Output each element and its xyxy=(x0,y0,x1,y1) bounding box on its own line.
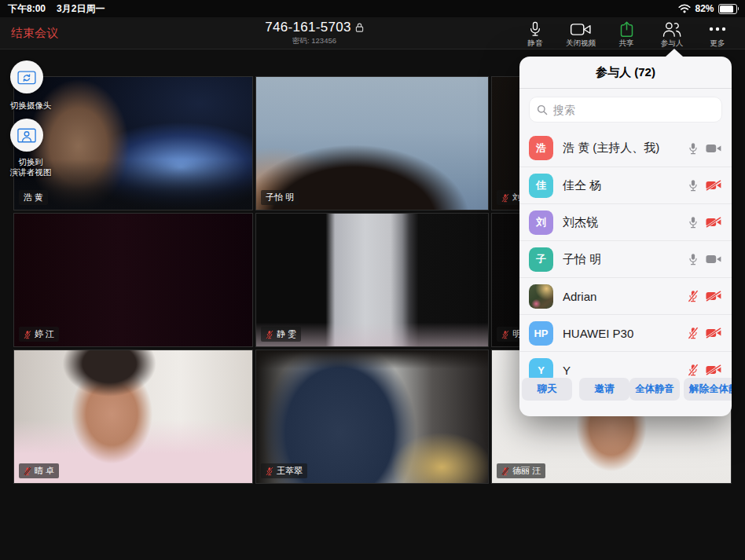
tile-nameplate: 婷 江 xyxy=(19,327,59,342)
muted-mic-icon xyxy=(266,330,273,339)
mic-on-icon xyxy=(688,179,699,192)
participant-row[interactable]: HP HUAWEI P30 xyxy=(519,314,732,351)
end-meeting-button[interactable]: 结束会议 xyxy=(11,26,58,41)
search-box[interactable] xyxy=(529,97,722,123)
mic-on-icon xyxy=(688,142,699,155)
video-camera-icon xyxy=(570,20,592,38)
video-on-icon xyxy=(706,254,721,265)
participant-row[interactable]: 佳 佳仝 杨 xyxy=(519,167,732,203)
avatar: 佳 xyxy=(529,174,553,198)
tile-name: 德丽 汪 xyxy=(512,465,541,477)
participant-status xyxy=(688,290,721,302)
status-time: 下午8:00 xyxy=(8,2,46,16)
tile-name: 王萃翠 xyxy=(277,465,303,477)
video-on-icon xyxy=(706,143,721,154)
tile-nameplate: 王萃翠 xyxy=(261,463,307,478)
participant-status xyxy=(688,327,721,339)
tile-name: 浩 黄 xyxy=(24,192,43,203)
microphone-icon xyxy=(527,20,543,38)
tile-nameplate: 德丽 汪 xyxy=(497,463,545,478)
participant-status xyxy=(688,142,721,155)
muted-mic-icon xyxy=(501,330,509,339)
share-icon xyxy=(618,20,635,38)
video-tile[interactable]: 子怡 明 xyxy=(255,76,489,210)
participants-panel: 参与人 (72) 浩 浩 黄 (主持人、我) xyxy=(519,57,732,416)
more-dots-icon xyxy=(708,20,727,38)
wifi-icon xyxy=(678,4,691,13)
muted-mic-icon xyxy=(501,467,509,476)
participants-button[interactable]: 参与人 xyxy=(649,17,695,49)
chat-button[interactable]: 聊天 xyxy=(522,378,572,401)
mic-muted-icon xyxy=(688,364,699,376)
battery-icon xyxy=(718,4,739,14)
participant-name: 子怡 明 xyxy=(563,252,688,267)
tile-name: 子怡 明 xyxy=(266,192,294,203)
participant-name: HUAWEI P30 xyxy=(563,327,688,340)
participant-status xyxy=(688,179,721,192)
participant-status xyxy=(688,253,721,265)
video-off-icon xyxy=(706,328,721,339)
video-off-icon xyxy=(706,364,721,375)
video-off-icon xyxy=(706,291,721,302)
battery-percent: 82% xyxy=(695,3,714,14)
video-tile[interactable]: 晴 卓 xyxy=(13,350,253,484)
participant-name: 佳仝 杨 xyxy=(563,178,688,193)
speaker-view-button[interactable] xyxy=(10,119,43,152)
tile-name: 晴 卓 xyxy=(35,465,54,477)
panel-pointer xyxy=(666,49,683,57)
participant-name: 刘杰锐 xyxy=(563,215,688,230)
share-button[interactable]: 共享 xyxy=(604,17,649,49)
muted-mic-icon xyxy=(266,467,273,476)
status-bar: 下午8:00 3月2日周一 82% xyxy=(0,0,745,17)
tile-name: 婷 江 xyxy=(35,328,54,340)
participant-row[interactable]: Adrian xyxy=(519,277,732,314)
status-date: 3月2日周一 xyxy=(57,2,105,16)
participant-row[interactable]: 子 子怡 明 xyxy=(519,240,732,277)
meeting-info[interactable]: 746-161-5703 密码: 123456 xyxy=(236,20,393,46)
lock-icon xyxy=(355,22,364,33)
tile-nameplate: 子怡 明 xyxy=(261,190,299,205)
video-tile[interactable]: 王萃翠 xyxy=(255,350,489,484)
meeting-password: 密码: 123456 xyxy=(236,36,393,46)
participants-icon xyxy=(661,20,683,38)
avatar-photo xyxy=(529,284,553,309)
panel-footer: 聊天 邀请 全体静音 解除全体静音 xyxy=(519,378,732,416)
video-tile[interactable]: 浩 黄 xyxy=(13,76,253,210)
muted-mic-icon xyxy=(24,330,31,339)
panel-title: 参与人 (72) xyxy=(519,57,732,89)
participants-list: 浩 浩 黄 (主持人、我) 佳 佳仝 杨 刘 xyxy=(519,130,732,378)
switch-camera-icon xyxy=(17,69,36,85)
mute-all-button[interactable]: 全体静音 xyxy=(629,378,680,401)
invite-button[interactable]: 邀请 xyxy=(579,378,629,401)
muted-mic-icon xyxy=(24,467,31,476)
stop-video-button[interactable]: 关闭视频 xyxy=(558,17,604,49)
avatar: 刘 xyxy=(529,210,553,235)
search-input[interactable] xyxy=(552,103,714,117)
participant-row[interactable]: 浩 浩 黄 (主持人、我) xyxy=(519,130,732,167)
participant-row[interactable]: Y Y xyxy=(519,351,732,378)
tile-nameplate: 静 雯 xyxy=(261,327,301,342)
search-icon xyxy=(537,104,548,115)
mic-muted-icon xyxy=(688,290,699,302)
participant-row[interactable]: 刘 刘杰锐 xyxy=(519,203,732,240)
participant-name: Adrian xyxy=(563,290,688,303)
avatar: 子 xyxy=(529,247,553,272)
tile-nameplate: 晴 卓 xyxy=(19,463,59,478)
mute-button[interactable]: 静音 xyxy=(512,17,558,49)
video-tile[interactable]: 婷 江 xyxy=(13,213,253,347)
mic-on-icon xyxy=(688,253,699,265)
video-tile[interactable]: 静 雯 xyxy=(255,213,489,347)
participant-name: 浩 黄 (主持人、我) xyxy=(563,141,688,156)
switch-camera-button[interactable] xyxy=(10,60,43,93)
meeting-toolbar: 结束会议 746-161-5703 密码: 123456 静 xyxy=(0,17,745,49)
unmute-all-button[interactable]: 解除全体静音 xyxy=(684,378,732,401)
avatar: HP xyxy=(529,321,553,346)
more-button[interactable]: 更多 xyxy=(695,17,740,49)
tile-name: 静 雯 xyxy=(277,328,296,340)
mic-muted-icon xyxy=(688,327,699,339)
avatar: Y xyxy=(529,358,553,379)
video-off-icon xyxy=(706,180,721,191)
switch-camera-label: 切换摄像头 xyxy=(0,101,61,111)
muted-mic-icon xyxy=(501,193,509,203)
mic-on-icon xyxy=(688,216,699,229)
